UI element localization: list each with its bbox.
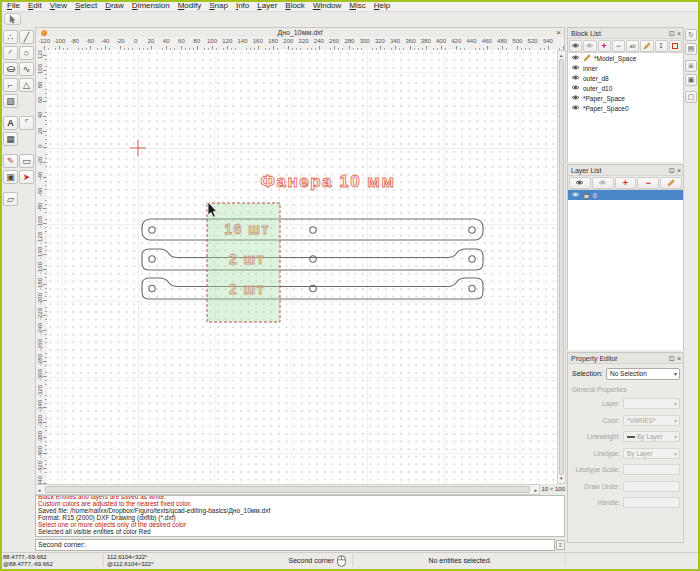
property-label: Lineweight: bbox=[568, 433, 620, 440]
part-rail-notched-2[interactable] bbox=[142, 278, 483, 299]
block-row[interactable]: inner bbox=[568, 63, 683, 73]
show-all-blocks-button[interactable] bbox=[569, 40, 582, 52]
menu-window[interactable]: Window bbox=[309, 1, 345, 10]
circle-tool[interactable]: ○ bbox=[19, 46, 34, 60]
eye-icon[interactable] bbox=[571, 54, 580, 62]
polyline-tool[interactable]: ⌐ bbox=[3, 78, 18, 92]
menu-layer[interactable]: Layer bbox=[253, 1, 281, 10]
document-tab-bar[interactable]: Дно_10мм.dxf × bbox=[35, 27, 565, 37]
scroll-left-icon[interactable]: ◂ bbox=[38, 486, 41, 495]
eye-icon[interactable] bbox=[571, 104, 580, 112]
horizontal-scrollbar-thumb[interactable] bbox=[45, 486, 530, 493]
block-list-toolbar: +−ab↧ bbox=[568, 39, 683, 53]
menu-select[interactable]: Select bbox=[71, 1, 101, 10]
command-history-button[interactable]: ≡ bbox=[556, 540, 565, 550]
image-tool[interactable]: ▦ bbox=[3, 132, 18, 146]
menu-misc[interactable]: Misc bbox=[345, 1, 369, 10]
dock-button-dock-reload-icon[interactable]: ↻ bbox=[685, 29, 697, 41]
block-row[interactable]: outer_d8 bbox=[568, 73, 683, 83]
scroll-right-icon[interactable]: ▸ bbox=[534, 486, 537, 495]
eye-icon[interactable] bbox=[571, 84, 580, 92]
hatch-tool[interactable]: ▨ bbox=[3, 94, 18, 108]
remove-block-button[interactable]: − bbox=[612, 40, 625, 52]
edit-layer-button[interactable] bbox=[660, 177, 682, 189]
menu-view[interactable]: View bbox=[46, 1, 71, 10]
layer-row[interactable]: 0 bbox=[568, 190, 683, 200]
vertical-scrollbar-thumb[interactable] bbox=[559, 59, 564, 475]
part-outlines[interactable] bbox=[142, 219, 483, 299]
block-list-titlebar[interactable]: Block List ⊡ × bbox=[568, 28, 683, 39]
menu-edit[interactable]: Edit bbox=[24, 1, 46, 10]
close-panel-icon[interactable]: × bbox=[677, 28, 681, 39]
block-row[interactable]: *Model_Space bbox=[568, 53, 683, 63]
property-linetypescale-input[interactable] bbox=[623, 464, 680, 475]
float-panel-icon[interactable]: ⊡ bbox=[669, 353, 675, 364]
add-layer-button[interactable]: + bbox=[615, 177, 637, 189]
menu-draw[interactable]: Draw bbox=[101, 1, 128, 10]
dimension-tool[interactable]: ⌜ bbox=[19, 116, 34, 130]
dock-button-dock-panel-icon[interactable]: ▣ bbox=[685, 74, 697, 86]
lock-icon[interactable] bbox=[583, 191, 590, 200]
block-row[interactable]: *Paper_Space0 bbox=[568, 103, 683, 113]
point-tool[interactable]: ∴ bbox=[3, 30, 18, 44]
menu-block[interactable]: Block bbox=[281, 1, 309, 10]
property-layer-combo[interactable]: ▾ bbox=[623, 398, 680, 409]
close-panel-icon[interactable]: × bbox=[677, 353, 681, 364]
scroll-down-icon[interactable]: ▾ bbox=[560, 474, 563, 483]
close-block-edit-button[interactable] bbox=[669, 40, 682, 52]
menu-help[interactable]: Help bbox=[370, 1, 394, 10]
drawing-canvas[interactable]: Фанера 10 мм 16 шт 2 шт 2 шт bbox=[47, 50, 557, 484]
menu-file[interactable]: File bbox=[3, 1, 24, 10]
dock-button-dock-page-icon[interactable]: ▢ bbox=[685, 91, 697, 103]
show-all-layers-button[interactable] bbox=[569, 177, 591, 189]
block-row[interactable]: *Paper_Space bbox=[568, 93, 683, 103]
vertical-scrollbar[interactable]: ▴ ▾ bbox=[557, 50, 566, 484]
text-tool[interactable]: A bbox=[3, 116, 18, 130]
menu-snap[interactable]: Snap bbox=[205, 1, 232, 10]
eye-icon[interactable] bbox=[571, 94, 580, 102]
horizontal-scrollbar[interactable]: ◂ ▸ bbox=[35, 484, 540, 495]
menu-dimension[interactable]: Dimension bbox=[128, 1, 174, 10]
hide-all-layers-button[interactable] bbox=[592, 177, 614, 189]
eye-icon[interactable] bbox=[571, 191, 580, 199]
property-draworder-input[interactable] bbox=[623, 481, 680, 492]
measure-tool[interactable]: ▭ bbox=[19, 154, 34, 168]
part-rail-plain[interactable] bbox=[142, 219, 483, 240]
dimension-icon: ⌜ bbox=[24, 119, 28, 128]
insert-block-button[interactable]: ↧ bbox=[655, 40, 668, 52]
float-panel-icon[interactable]: ⊡ bbox=[669, 165, 675, 176]
block-row[interactable]: outer_d10 bbox=[568, 83, 683, 93]
part-rail-notched-1[interactable] bbox=[142, 249, 483, 270]
menu-info[interactable]: Info bbox=[232, 1, 253, 10]
ellipse-tool[interactable]: ⊖ bbox=[3, 62, 18, 76]
arc-tool[interactable]: ◜ bbox=[3, 46, 18, 60]
block-tool[interactable]: ▣ bbox=[3, 170, 18, 184]
remove-layer-button[interactable]: − bbox=[637, 177, 659, 189]
dock-button-dock-list-icon[interactable]: ≣ bbox=[685, 60, 697, 72]
property-linetype-combo[interactable]: By Layer▾ bbox=[623, 448, 680, 459]
spline-tool[interactable]: ∿ bbox=[19, 62, 34, 76]
selection-tool-button[interactable] bbox=[4, 13, 21, 25]
layer-list-titlebar[interactable]: Layer List ⊡ × bbox=[568, 165, 683, 176]
isometric-tool[interactable]: ▱ bbox=[3, 192, 18, 206]
close-panel-icon[interactable]: × bbox=[677, 165, 681, 176]
dock-button-dock-layers-icon[interactable]: ▤ bbox=[685, 43, 697, 55]
eye-icon[interactable] bbox=[571, 74, 580, 82]
menu-modify[interactable]: Modify bbox=[174, 1, 206, 10]
hide-all-blocks-button[interactable] bbox=[583, 40, 596, 52]
edit-block-button[interactable] bbox=[640, 40, 653, 52]
modify-tool[interactable]: ✎ bbox=[3, 154, 18, 168]
rename-block-button[interactable]: ab bbox=[626, 40, 639, 52]
property-editor-titlebar[interactable]: Property Editor ⊡ × bbox=[568, 353, 683, 364]
shape-tool[interactable]: △ bbox=[19, 78, 34, 92]
selection-filter-combo[interactable]: No Selection ▾ bbox=[606, 368, 680, 380]
property-lineweight-combo[interactable]: By Layer▾ bbox=[623, 431, 680, 442]
eye-icon[interactable] bbox=[571, 64, 580, 72]
command-line-input[interactable]: Second corner: bbox=[35, 539, 555, 551]
select-tool[interactable]: ➤ bbox=[19, 170, 34, 184]
add-block-button[interactable]: + bbox=[598, 40, 611, 52]
line-tool[interactable]: ╱ bbox=[19, 30, 34, 44]
property-color-combo[interactable]: *VARIES*▾ bbox=[623, 415, 680, 426]
property-handle-input[interactable] bbox=[623, 497, 680, 508]
float-panel-icon[interactable]: ⊡ bbox=[669, 28, 675, 39]
